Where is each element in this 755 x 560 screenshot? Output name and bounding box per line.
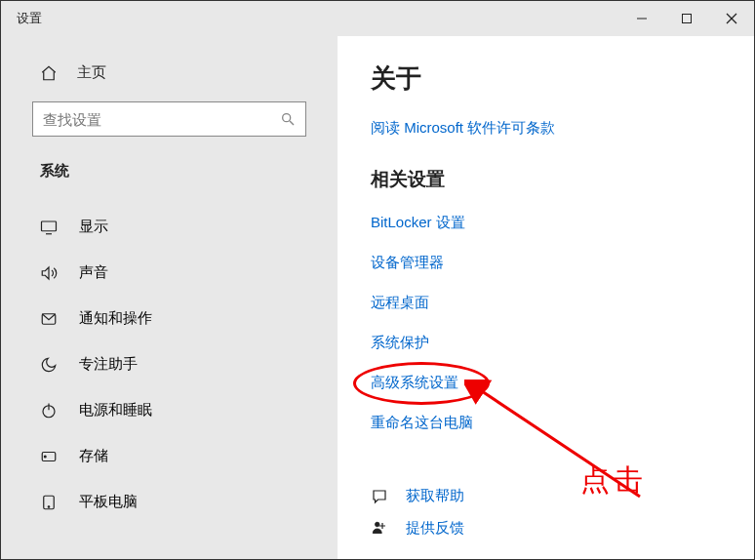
sidebar-item-power[interactable]: 电源和睡眠 bbox=[1, 387, 338, 433]
window-content: 主页 系统 显示 声音 通知和操作 bbox=[1, 36, 754, 559]
monitor-icon bbox=[40, 219, 58, 236]
window-title: 设置 bbox=[17, 10, 42, 27]
storage-icon bbox=[40, 448, 58, 465]
maximize-button[interactable] bbox=[664, 1, 709, 36]
search-icon bbox=[280, 111, 296, 127]
close-button[interactable] bbox=[709, 1, 754, 36]
svg-rect-1 bbox=[683, 15, 692, 23]
nav-label: 存储 bbox=[79, 447, 108, 465]
search-input[interactable] bbox=[43, 111, 280, 128]
related-settings-heading: 相关设置 bbox=[371, 167, 721, 192]
nav-label: 显示 bbox=[79, 218, 108, 236]
nav-label: 平板电脑 bbox=[79, 493, 138, 511]
feedback-label: 提供反馈 bbox=[406, 519, 464, 538]
speaker-icon bbox=[40, 264, 58, 282]
sidebar-home[interactable]: 主页 bbox=[1, 52, 338, 94]
nav-list: 显示 声音 通知和操作 专注助手 电源和睡眠 bbox=[1, 204, 338, 525]
get-help-label: 获取帮助 bbox=[406, 487, 464, 505]
sidebar-item-focus[interactable]: 专注助手 bbox=[1, 341, 338, 387]
minimize-icon bbox=[636, 13, 648, 24]
moon-icon bbox=[40, 356, 58, 374]
window-controls bbox=[619, 1, 754, 36]
svg-marker-8 bbox=[42, 267, 49, 279]
search-box[interactable] bbox=[32, 101, 306, 137]
nav-label: 声音 bbox=[79, 263, 108, 282]
nav-label: 通知和操作 bbox=[79, 309, 152, 328]
feedback-link[interactable]: 提供反馈 bbox=[371, 519, 721, 538]
nav-label: 电源和睡眠 bbox=[79, 401, 152, 420]
svg-rect-6 bbox=[42, 221, 57, 231]
highlighted-link-wrap: 高级系统设置 bbox=[371, 374, 458, 392]
svg-point-16 bbox=[376, 522, 380, 527]
link-device-manager[interactable]: 设备管理器 bbox=[371, 254, 721, 272]
svg-point-15 bbox=[48, 505, 50, 507]
titlebar: 设置 bbox=[1, 1, 754, 36]
sidebar-item-tablet[interactable]: 平板电脑 bbox=[1, 479, 338, 525]
sidebar-item-display[interactable]: 显示 bbox=[1, 204, 338, 250]
nav-label: 专注助手 bbox=[79, 355, 138, 374]
get-help-link[interactable]: 获取帮助 bbox=[371, 487, 721, 505]
main-panel: 关于 阅读 Microsoft 软件许可条款 相关设置 BitLocker 设置… bbox=[338, 36, 754, 559]
svg-point-4 bbox=[283, 114, 291, 122]
sidebar-item-sound[interactable]: 声音 bbox=[1, 250, 338, 296]
svg-line-5 bbox=[290, 121, 294, 125]
minimize-button[interactable] bbox=[619, 1, 664, 36]
page-title: 关于 bbox=[371, 61, 721, 96]
sidebar-item-storage[interactable]: 存储 bbox=[1, 433, 338, 479]
link-remote-desktop[interactable]: 远程桌面 bbox=[371, 294, 721, 312]
sidebar-item-notifications[interactable]: 通知和操作 bbox=[1, 296, 338, 341]
tablet-icon bbox=[40, 494, 58, 511]
home-label: 主页 bbox=[77, 63, 106, 82]
sidebar-section-label: 系统 bbox=[1, 144, 338, 188]
close-icon bbox=[726, 13, 737, 24]
settings-window: 设置 主页 系统 bbox=[0, 0, 755, 560]
home-icon bbox=[40, 64, 58, 82]
maximize-icon bbox=[681, 13, 693, 24]
power-icon bbox=[40, 402, 58, 420]
link-rename-pc[interactable]: 重命名这台电脑 bbox=[371, 414, 721, 432]
link-bitlocker[interactable]: BitLocker 设置 bbox=[371, 214, 721, 232]
feedback-icon bbox=[371, 520, 388, 538]
link-license[interactable]: 阅读 Microsoft 软件许可条款 bbox=[371, 119, 721, 138]
link-system-protection[interactable]: 系统保护 bbox=[371, 334, 721, 352]
svg-line-17 bbox=[479, 389, 640, 497]
notification-icon bbox=[40, 310, 58, 328]
sidebar: 主页 系统 显示 声音 通知和操作 bbox=[1, 36, 338, 559]
svg-point-13 bbox=[44, 456, 46, 458]
chat-icon bbox=[371, 488, 388, 505]
link-advanced-system-settings[interactable]: 高级系统设置 bbox=[371, 374, 458, 392]
